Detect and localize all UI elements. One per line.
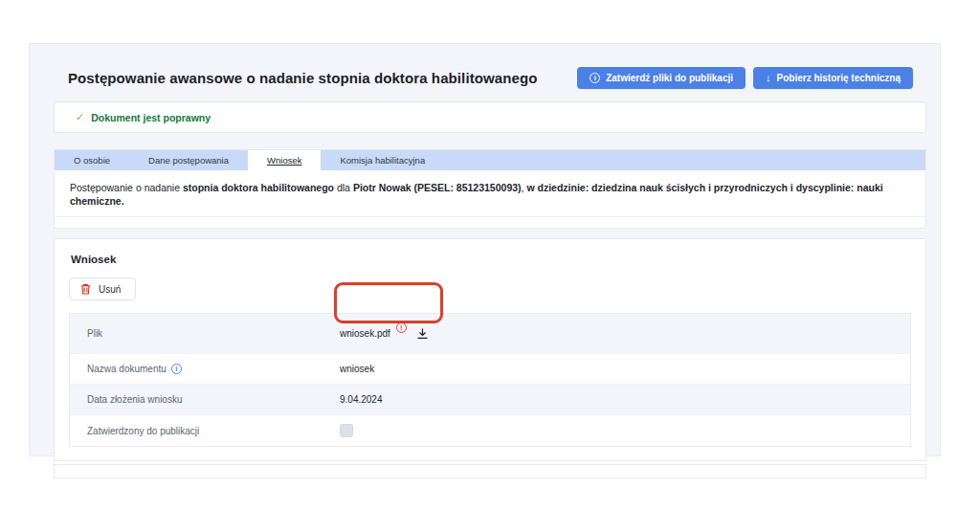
field-label: Plik xyxy=(70,328,340,339)
tab-dane-postepowania[interactable]: Dane postępowania xyxy=(129,150,248,170)
download-icon[interactable] xyxy=(416,327,429,340)
header-actions: i Zatwierdź pliki do publikacji ↓ Pobier… xyxy=(577,67,913,89)
table-row-nazwa-dokumentu: Nazwa dokumentu i wniosek xyxy=(70,354,910,385)
tab-wniosek[interactable]: Wniosek xyxy=(248,150,321,170)
field-label: Data złożenia wniosku xyxy=(70,394,340,405)
download-history-label: Pobierz historię techniczną xyxy=(777,73,901,83)
delete-button[interactable]: Usuń xyxy=(69,277,136,300)
description-segment: dla xyxy=(334,182,353,193)
file-name-link[interactable]: wniosek.pdf xyxy=(340,328,390,339)
field-value: 9.04.2024 xyxy=(340,394,383,405)
table-row-plik: Plik wniosek.pdf ! xyxy=(70,314,910,354)
section-heading: Wniosek xyxy=(71,254,911,265)
check-icon: ✓ xyxy=(76,111,84,123)
page-title: Postępowanie awansowe o nadanie stopnia … xyxy=(68,70,537,86)
alert-text: Dokument jest poprawny xyxy=(91,112,211,123)
info-circle-icon[interactable]: i xyxy=(171,364,182,374)
trash-icon xyxy=(80,283,91,295)
delete-button-label: Usuń xyxy=(99,284,121,295)
card-header: Postępowanie awansowe o nadanie stopnia … xyxy=(30,44,940,101)
table-row-zatwierdzony: Zatwierdzony do publikacji xyxy=(70,415,910,446)
tab-komisja-habilitacyjna[interactable]: Komisja habilitacyjna xyxy=(321,150,444,170)
tab-bar: O osobie Dane postępowania Wniosek Komis… xyxy=(55,150,925,170)
description-segment: stopnia doktora habilitowanego xyxy=(183,182,334,193)
card-footer-strip xyxy=(54,464,926,478)
field-value: wniosek.pdf ! xyxy=(340,327,429,340)
page: Postępowanie awansowe o nadanie stopnia … xyxy=(0,0,980,510)
tab-o-osobie[interactable]: O osobie xyxy=(55,150,129,170)
fields-table: Plik wniosek.pdf ! Nazwa dokumentu xyxy=(69,313,911,447)
field-value xyxy=(340,424,353,437)
field-label: Nazwa dokumentu i xyxy=(70,364,340,374)
approve-files-label: Zatwierdź pliki do publikacji xyxy=(606,73,733,83)
field-label: Zatwierdzony do publikacji xyxy=(70,426,340,436)
description-segment: Postępowanie o nadanie xyxy=(70,182,183,193)
description-segment: Piotr Nowak (PESEL: 85123150093) xyxy=(353,182,522,193)
error-circle-icon[interactable]: ! xyxy=(396,322,407,333)
info-circle-icon: i xyxy=(590,73,600,83)
download-technical-history-button[interactable]: ↓ Pobierz historię techniczną xyxy=(753,67,913,89)
table-row-data-zlozenia: Data złożenia wniosku 9.04.2024 xyxy=(70,385,910,415)
field-value: wniosek xyxy=(340,364,374,374)
field-label-text: Nazwa dokumentu xyxy=(87,364,167,374)
document-valid-alert: ✓ Dokument jest poprawny xyxy=(54,101,926,133)
tabs-panel-footer xyxy=(55,216,925,228)
approve-files-button[interactable]: i Zatwierdź pliki do publikacji xyxy=(577,67,746,89)
download-arrow-icon: ↓ xyxy=(766,73,771,83)
tabs-panel: O osobie Dane postępowania Wniosek Komis… xyxy=(54,149,926,229)
procedure-card: Postępowanie awansowe o nadanie stopnia … xyxy=(29,43,941,456)
approved-checkbox[interactable] xyxy=(340,424,353,437)
wniosek-panel: Wniosek Usuń Plik wniosek.pdf ! xyxy=(54,238,926,461)
procedure-description: Postępowanie o nadanie stopnia doktora h… xyxy=(55,170,925,215)
